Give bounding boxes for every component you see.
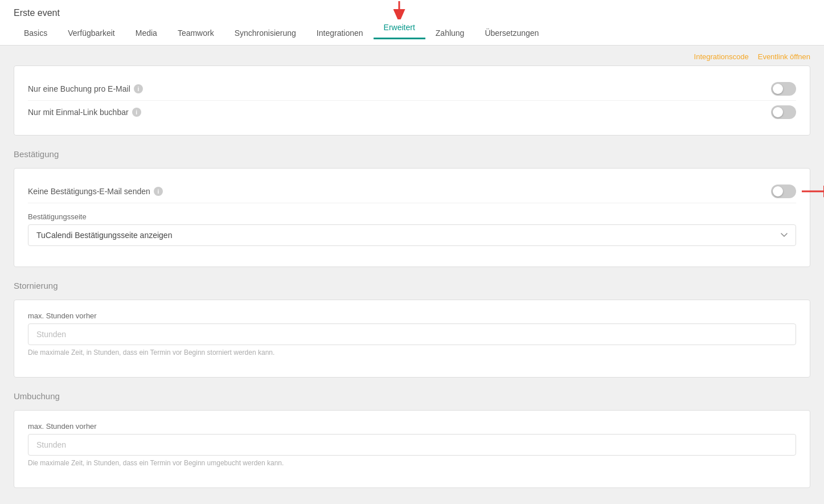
tab-nav: Basics Verfügbarkeit Media Teamwork Sync… — [14, 23, 810, 45]
tab-media[interactable]: Media — [125, 23, 167, 45]
umbuchung-section-card: max. Stunden vorher Die maximale Zeit, i… — [14, 410, 810, 488]
bestaetigung-section-title: Bestätigung — [14, 149, 810, 159]
info-icon-einmal-link: i — [132, 108, 141, 117]
tab-erweitert[interactable]: Erweitert — [374, 17, 425, 39]
stornierung-stunden-input[interactable] — [28, 323, 796, 345]
page-header: Erste event Basics Verfügbarkeit Media T… — [0, 0, 824, 46]
umbuchung-stunden-label: max. Stunden vorher — [28, 422, 796, 431]
umbuchung-stunden-group: max. Stunden vorher Die maximale Zeit, i… — [28, 422, 796, 467]
tab-verfugbarkeit[interactable]: Verfügbarkeit — [58, 23, 125, 45]
toggle-row-keine-email: Keine Bestätigungs-E-Mail senden i — [28, 180, 796, 203]
tab-synchronisierung[interactable]: Synchronisierung — [224, 23, 306, 45]
tab-teamwork[interactable]: Teamwork — [167, 23, 224, 45]
umbuchung-hint: Die maximale Zeit, in Stunden, dass ein … — [28, 459, 796, 467]
toggle-einmal-link[interactable] — [771, 105, 796, 119]
toggle-keine-email[interactable] — [771, 185, 796, 198]
toggle-label-buchung-pro-email: Nur eine Buchung pro E-Mail i — [28, 84, 143, 93]
top-links: Integrationscode Eventlink öffnen — [14, 46, 810, 65]
main-content: Integrationscode Eventlink öffnen Nur ei… — [0, 46, 824, 504]
booking-section-card: Nur eine Buchung pro E-Mail i Nur mit Ei… — [14, 65, 810, 136]
stornierung-stunden-label: max. Stunden vorher — [28, 312, 796, 320]
info-icon-keine-email: i — [154, 187, 163, 196]
tab-integrationen[interactable]: Integrationen — [306, 23, 374, 45]
eventlink-link[interactable]: Eventlink öffnen — [758, 52, 810, 61]
umbuchung-stunden-input[interactable] — [28, 434, 796, 456]
bestaetigung-seite-label: Bestätigungsseite — [28, 212, 796, 221]
toggle-row-einmal-link: Nur mit Einmal-Link buchbar i — [28, 101, 796, 124]
toggle-label-keine-email: Keine Bestätigungs-E-Mail senden i — [28, 187, 163, 196]
tab-basics[interactable]: Basics — [14, 23, 58, 45]
tab-ubersetzungen[interactable]: Übersetzungen — [474, 23, 549, 45]
page-title: Erste event — [14, 0, 810, 18]
toggle-label-einmal-link: Nur mit Einmal-Link buchbar i — [28, 108, 141, 117]
integrationscode-link[interactable]: Integrationscode — [694, 52, 749, 61]
stornierung-section-card: max. Stunden vorher Die maximale Zeit, i… — [14, 300, 810, 378]
tab-zahlung[interactable]: Zahlung — [425, 23, 475, 45]
bestaetigung-section-card: Keine Bestätigungs-E-Mail senden i Bestä… — [14, 168, 810, 267]
bestaetigung-seite-group: Bestätigungsseite TuCalendi Bestätigungs… — [28, 212, 796, 246]
umbuchung-section-title: Umbuchung — [14, 391, 810, 401]
bestaetigung-seite-select[interactable]: TuCalendi Bestätigungsseite anzeigen Eig… — [28, 224, 796, 246]
stornierung-section-title: Stornierung — [14, 281, 810, 290]
toggle-buchung-pro-email[interactable] — [771, 82, 796, 96]
toggle-arrow-right-icon — [802, 185, 824, 198]
toggle-row-buchung-pro-email: Nur eine Buchung pro E-Mail i — [28, 77, 796, 101]
info-icon-buchung-pro-email: i — [134, 84, 143, 93]
stornierung-stunden-group: max. Stunden vorher Die maximale Zeit, i… — [28, 312, 796, 357]
stornierung-hint: Die maximale Zeit, in Stunden, dass ein … — [28, 349, 796, 357]
